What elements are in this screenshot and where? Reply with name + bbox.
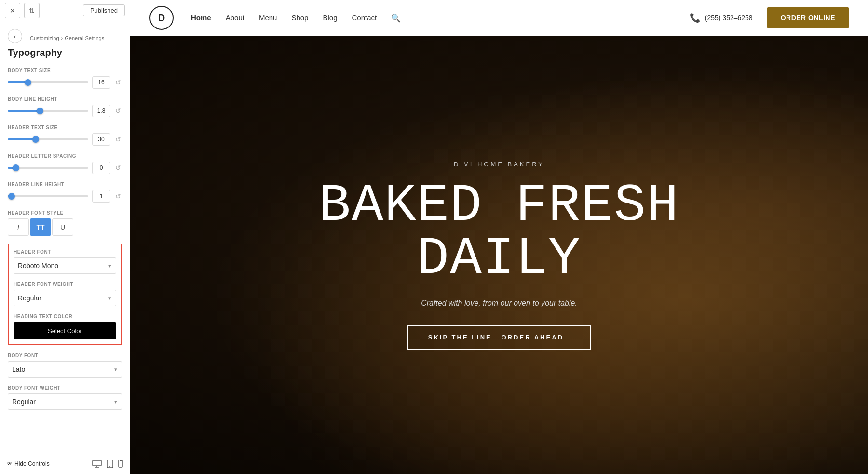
site-logo: D	[149, 6, 174, 30]
body-text-size-reset[interactable]: ↺	[114, 79, 122, 86]
header-letter-spacing-group: HEADER LETTER SPACING 0 ↺	[8, 153, 122, 174]
uppercase-button[interactable]: TT	[30, 218, 51, 236]
swap-button[interactable]: ⇅	[24, 3, 40, 18]
nav-home[interactable]: Home	[191, 14, 211, 23]
body-font-weight-select[interactable]: Regular Light Bold	[8, 393, 122, 410]
header-font-group: HEADER FONT Roboto Mono Lato Open Sans M…	[14, 249, 116, 274]
header-font-select[interactable]: Roboto Mono Lato Open Sans Montserrat Pl…	[14, 257, 116, 274]
tablet-icon	[107, 460, 113, 468]
body-line-height-fill	[8, 110, 40, 112]
header-text-size-track[interactable]	[8, 138, 88, 140]
hero-title-line1: BAKED FRESH	[319, 176, 679, 236]
body-text-size-slider-row: 16 ↺	[8, 76, 122, 89]
nav-about[interactable]: About	[226, 14, 244, 23]
body-font-select-wrapper: Lato Open Sans Roboto Montserrat ▾	[8, 361, 122, 378]
header-font-style-label: HEADER FONT STYLE	[8, 210, 122, 216]
svg-rect-0	[93, 460, 101, 466]
body-text-size-value[interactable]: 16	[92, 76, 110, 89]
published-button[interactable]: Published	[83, 4, 125, 16]
header-line-height-reset[interactable]: ↺	[114, 192, 122, 200]
header-letter-spacing-slider-row: 0 ↺	[8, 162, 122, 174]
body-line-height-thumb[interactable]	[37, 108, 43, 114]
body-line-height-group: BODY LINE HEIGHT 1.8 ↺	[8, 96, 122, 117]
header-line-height-label: HEADER LINE HEIGHT	[8, 182, 122, 187]
left-panel: ✕ ⇅ Published ‹ Customizing › General Se…	[0, 0, 130, 474]
body-line-height-slider-row: 1.8 ↺	[8, 105, 122, 117]
body-font-group: BODY FONT Lato Open Sans Roboto Montserr…	[8, 353, 122, 378]
phone-icon: 📞	[690, 13, 700, 23]
breadcrumb: Customizing › General Settings	[22, 30, 112, 42]
highlighted-section: HEADER FONT Roboto Mono Lato Open Sans M…	[8, 244, 122, 345]
header-line-height-thumb[interactable]	[8, 193, 15, 200]
page-title: Typography	[0, 47, 130, 64]
header-font-style-group: HEADER FONT STYLE I TT U	[8, 210, 122, 236]
mobile-view-button[interactable]	[118, 460, 123, 468]
header-text-size-slider-row: 30 ↺	[8, 133, 122, 146]
header-line-height-track[interactable]	[8, 195, 88, 197]
hide-controls-button[interactable]: 👁 Hide Controls	[7, 460, 50, 467]
header-text-size-label: HEADER TEXT SIZE	[8, 125, 122, 130]
site-preview: D Home About Menu Shop Blog Contact 🔍 📞 …	[130, 0, 868, 474]
heading-text-color-group: HEADING TEXT COLOR Select Color	[14, 314, 116, 339]
hero-content: DIVI HOME BAKERY BAKED FRESH DAILY Craft…	[299, 161, 699, 350]
nav-shop[interactable]: Shop	[291, 14, 308, 23]
hero-brand: DIVI HOME BAKERY	[319, 161, 679, 168]
site-nav: D Home About Menu Shop Blog Contact 🔍 📞 …	[130, 0, 868, 36]
close-button[interactable]: ✕	[5, 3, 20, 18]
panel-topbar: ✕ ⇅ Published	[0, 0, 130, 21]
body-text-size-thumb[interactable]	[25, 79, 31, 86]
body-text-size-group: BODY TEXT SIZE 16 ↺	[8, 68, 122, 89]
header-font-select-wrapper: Roboto Mono Lato Open Sans Montserrat Pl…	[14, 257, 116, 274]
nav-phone: 📞 (255) 352–6258	[690, 13, 753, 23]
header-text-size-value[interactable]: 30	[92, 133, 110, 146]
italic-button[interactable]: I	[8, 218, 29, 236]
panel-controls: BODY TEXT SIZE 16 ↺ BODY LINE HEIGHT 1.8…	[0, 64, 130, 453]
svg-point-4	[109, 466, 110, 467]
header-font-weight-group: HEADER FONT WEIGHT Regular Thin Light Me…	[14, 282, 116, 306]
panel-footer: 👁 Hide Controls	[0, 453, 130, 474]
tablet-view-button[interactable]	[107, 460, 113, 468]
select-color-button[interactable]: Select Color	[14, 322, 116, 339]
mobile-icon	[118, 460, 123, 468]
body-text-size-label: BODY TEXT SIZE	[8, 68, 122, 73]
nav-menu[interactable]: Menu	[259, 14, 277, 23]
back-button[interactable]: ‹	[8, 29, 22, 43]
header-text-size-thumb[interactable]	[32, 136, 39, 143]
body-line-height-label: BODY LINE HEIGHT	[8, 96, 122, 102]
search-icon[interactable]: 🔍	[391, 14, 401, 23]
underline-button[interactable]: U	[52, 218, 73, 236]
svg-rect-5	[119, 460, 122, 467]
hero-title: BAKED FRESH DAILY	[319, 179, 679, 285]
header-text-size-reset[interactable]: ↺	[114, 135, 122, 143]
header-letter-spacing-label: HEADER LETTER SPACING	[8, 153, 122, 159]
body-line-height-value[interactable]: 1.8	[92, 105, 110, 117]
header-line-height-slider-row: 1 ↺	[8, 190, 122, 203]
heading-text-color-label: HEADING TEXT COLOR	[14, 314, 116, 319]
header-letter-spacing-thumb[interactable]	[13, 164, 19, 171]
header-letter-spacing-reset[interactable]: ↺	[114, 164, 122, 172]
hero-description: Crafted with love, from our oven to your…	[319, 299, 679, 308]
body-text-size-track[interactable]	[8, 81, 88, 83]
header-font-weight-label: HEADER FONT WEIGHT	[14, 282, 116, 287]
header-letter-spacing-value[interactable]: 0	[92, 162, 110, 174]
site-hero: DIVI HOME BAKERY BAKED FRESH DAILY Craft…	[130, 36, 868, 474]
hero-cta-button[interactable]: SKIP THE LINE . ORDER AHEAD .	[407, 325, 591, 350]
nav-blog[interactable]: Blog	[323, 14, 337, 23]
nav-contact[interactable]: Contact	[352, 14, 377, 23]
font-style-row: I TT U	[8, 218, 122, 236]
header-font-weight-select[interactable]: Regular Thin Light Medium Bold Black	[14, 290, 116, 306]
header-font-label: HEADER FONT	[14, 249, 116, 255]
body-font-weight-select-wrapper: Regular Light Bold ▾	[8, 393, 122, 410]
body-font-weight-group: BODY FONT WEIGHT Regular Light Bold ▾	[8, 385, 122, 410]
body-font-select[interactable]: Lato Open Sans Roboto Montserrat	[8, 361, 122, 378]
header-letter-spacing-track[interactable]	[8, 167, 88, 169]
phone-number: (255) 352–6258	[705, 14, 753, 22]
header-line-height-value[interactable]: 1	[92, 190, 110, 203]
desktop-view-button[interactable]	[92, 460, 102, 468]
body-line-height-track[interactable]	[8, 110, 88, 112]
body-font-weight-label: BODY FONT WEIGHT	[8, 385, 122, 391]
order-online-button[interactable]: ORDER ONLINE	[767, 7, 849, 28]
body-font-label: BODY FONT	[8, 353, 122, 358]
hero-title-line2: DAILY	[417, 229, 581, 289]
body-line-height-reset[interactable]: ↺	[114, 107, 122, 115]
